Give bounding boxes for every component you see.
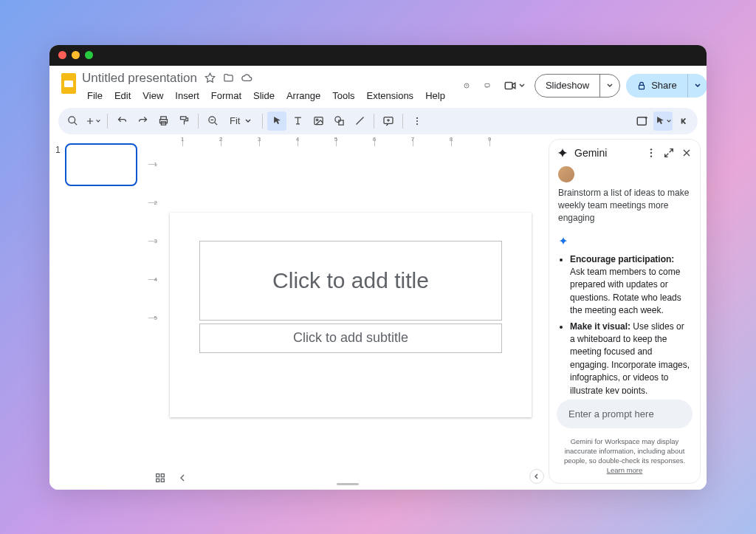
svg-point-17: [416, 120, 418, 121]
cloud-status-icon[interactable]: [241, 72, 252, 83]
line-tool[interactable]: [350, 112, 369, 131]
title-placeholder[interactable]: Click to add title: [199, 241, 502, 321]
new-slide-btn[interactable]: [83, 112, 103, 131]
slideshow-button[interactable]: Slideshow: [535, 74, 620, 97]
mac-titlebar: [49, 45, 707, 66]
star-icon[interactable]: [205, 72, 216, 83]
svg-point-18: [416, 123, 418, 125]
prev-slide-icon[interactable]: [176, 472, 188, 484]
svg-rect-4: [639, 85, 645, 89]
gemini-expand-icon[interactable]: [663, 147, 675, 159]
notes-drag-handle[interactable]: [337, 483, 359, 485]
shape-tool[interactable]: [329, 112, 348, 131]
svg-rect-9: [180, 117, 186, 120]
share-dropdown[interactable]: [687, 74, 707, 97]
window-close-dot[interactable]: [58, 51, 66, 59]
toolbar-collapse-btn[interactable]: [674, 112, 693, 131]
svg-rect-20: [157, 473, 159, 476]
svg-rect-22: [157, 479, 159, 482]
slide-canvas[interactable]: Click to add title Click to add subtitle: [170, 213, 532, 417]
share-label: Share: [651, 80, 677, 91]
print-btn[interactable]: [154, 112, 173, 131]
history-icon[interactable]: [459, 78, 474, 93]
window-min-dot[interactable]: [72, 51, 80, 59]
comments-icon[interactable]: [480, 78, 495, 93]
gemini-response-item: Make it visual: Use slides or a whiteboa…: [570, 321, 691, 394]
workspace: 1 12345 123456789 Click to add title Cli…: [49, 134, 707, 490]
svg-rect-14: [339, 120, 343, 125]
svg-point-16: [416, 117, 418, 118]
svg-rect-21: [161, 473, 164, 476]
menu-help[interactable]: Help: [420, 88, 450, 103]
horizontal-ruler: 123456789: [160, 134, 549, 148]
gemini-user-prompt: Brainstorm a list of ideas to make weekl…: [558, 187, 691, 225]
textbox-tool[interactable]: [288, 112, 307, 131]
gemini-disclaimer: Gemini for Workspace may display inaccur…: [549, 434, 700, 482]
gemini-user-avatar: [558, 166, 574, 182]
canvas-area: 12345 123456789 Click to add title Click…: [147, 134, 549, 490]
doc-title[interactable]: Untitled presentation: [82, 71, 197, 86]
zoom-out-btn[interactable]: [203, 112, 222, 131]
menubar: File Edit View Insert Format Slide Arran…: [82, 88, 450, 103]
window-max-dot[interactable]: [85, 51, 93, 59]
subtitle-placeholder[interactable]: Click to add subtitle: [199, 324, 502, 353]
vertical-ruler: 12345: [147, 134, 160, 490]
menu-extensions[interactable]: Extensions: [362, 88, 419, 103]
header-actions: Slideshow Share: [459, 70, 707, 98]
undo-btn[interactable]: [112, 112, 131, 131]
gemini-panel: Gemini Brainstorm a list of ideas to mak…: [549, 139, 701, 484]
lock-icon: [636, 81, 647, 91]
redo-btn[interactable]: [133, 112, 152, 131]
menu-arrange[interactable]: Arrange: [281, 88, 326, 103]
menu-format[interactable]: Format: [206, 88, 247, 103]
grid-view-icon[interactable]: [154, 472, 166, 484]
zoom-level[interactable]: Fit: [224, 112, 258, 131]
gemini-prompt-input[interactable]: Enter a prompt here: [557, 400, 693, 428]
slideshow-dropdown[interactable]: [599, 75, 619, 97]
gemini-close-icon[interactable]: [681, 147, 693, 159]
menu-file[interactable]: File: [82, 88, 108, 103]
image-gen-btn[interactable]: [633, 112, 652, 131]
meet-button[interactable]: [501, 78, 529, 94]
svg-rect-2: [485, 83, 489, 86]
overflow-menu[interactable]: [408, 112, 427, 131]
gemini-more-icon[interactable]: [645, 147, 657, 159]
header: Untitled presentation File Edit View Ins…: [49, 66, 707, 103]
menu-view[interactable]: View: [137, 88, 168, 103]
thumb-number: 1: [55, 143, 61, 155]
comment-tool[interactable]: [379, 112, 398, 131]
gemini-spark-icon: [557, 147, 568, 159]
footer-toolbar: [154, 472, 188, 484]
thumbnail-panel: 1: [49, 134, 147, 490]
svg-rect-19: [637, 117, 646, 125]
menu-tools[interactable]: Tools: [327, 88, 360, 103]
svg-rect-3: [505, 82, 512, 89]
menu-edit[interactable]: Edit: [109, 88, 136, 103]
slide-thumbnail[interactable]: [65, 143, 137, 186]
slide-viewport[interactable]: Click to add title Click to add subtitle: [160, 148, 549, 490]
image-tool[interactable]: [309, 112, 328, 131]
learn-more-link[interactable]: Learn more: [607, 466, 643, 474]
search-btn[interactable]: [63, 112, 82, 131]
gemini-title: Gemini: [574, 147, 639, 159]
gemini-collapse-btn[interactable]: [529, 469, 544, 484]
svg-point-12: [316, 119, 318, 121]
svg-point-24: [650, 148, 652, 150]
slides-logo-icon: [60, 70, 78, 97]
menu-slide[interactable]: Slide: [248, 88, 280, 103]
app-window: Untitled presentation File Edit View Ins…: [49, 45, 707, 490]
svg-rect-1: [64, 81, 73, 87]
svg-rect-23: [161, 479, 164, 482]
slideshow-label[interactable]: Slideshow: [535, 80, 599, 91]
svg-point-25: [650, 151, 652, 153]
svg-point-5: [68, 117, 75, 123]
menu-insert[interactable]: Insert: [170, 88, 205, 103]
gemini-response-item: Encourage participation: Ask team member…: [570, 253, 691, 318]
select-tool[interactable]: [267, 112, 286, 131]
gemini-response-list: Encourage participation: Ask team member…: [558, 253, 691, 394]
pointer-mode-btn[interactable]: [653, 112, 673, 131]
move-folder-icon[interactable]: [223, 72, 234, 83]
svg-point-26: [650, 155, 652, 157]
share-button[interactable]: Share: [626, 74, 707, 97]
paint-format-btn[interactable]: [174, 112, 193, 131]
